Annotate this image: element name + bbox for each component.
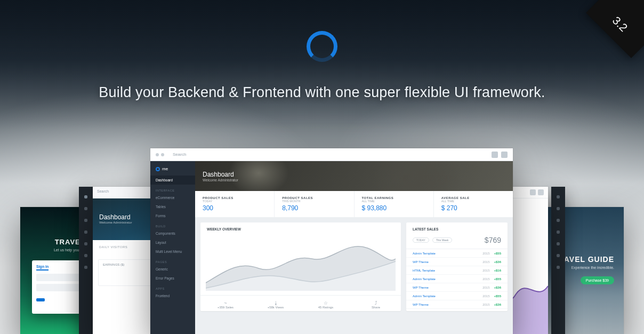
logo-ring-icon [307, 31, 337, 62]
sidebar-item-multilevel[interactable]: Multi Level Menu [150, 247, 195, 256]
topbar-action-icon[interactable] [501, 152, 508, 158]
line-chart [206, 237, 396, 291]
item-delta: +$36 [494, 286, 501, 289]
brand[interactable]: me [150, 165, 195, 176]
window-dot-icon [156, 153, 159, 156]
sidebar-item-components[interactable]: Components [150, 229, 195, 238]
chart-action[interactable]: ⤴Share [351, 296, 401, 311]
sidebar-item-dashboard[interactable]: Dashboard [150, 176, 195, 185]
item-year: 2015 [482, 303, 489, 306]
item-name: Admin Template [413, 252, 436, 255]
trend-icon: ~ [200, 298, 251, 306]
iconbar-item-icon[interactable] [557, 266, 560, 269]
item-name: WP Theme [413, 260, 429, 264]
chart-action[interactable]: ☆45 Ratings [301, 296, 351, 311]
chart-action[interactable]: ~+359 Sales [200, 296, 251, 311]
list-item[interactable]: Admin Template2015+$55 [406, 249, 508, 258]
iconbar-item-icon[interactable] [557, 195, 560, 198]
list-item[interactable]: WP Theme2015+$36 [406, 309, 508, 311]
filter-week[interactable]: This Week [432, 237, 453, 243]
kpi-value: $ 270 [441, 204, 505, 212]
iconbar-item-icon[interactable] [84, 242, 87, 245]
chart-action-label: 45 Ratings [318, 306, 334, 309]
brand-ring-icon [156, 167, 160, 171]
search-label[interactable]: Search [97, 189, 109, 193]
sidebar: me Dashboard INTERFACE eCommerce Tables … [150, 161, 195, 334]
avatar-icon[interactable] [530, 189, 536, 195]
version-ribbon: 3.2 [586, 0, 644, 58]
iconbar-item-icon[interactable] [84, 195, 87, 198]
chart-action[interactable]: ⭳+58k Views [251, 296, 301, 311]
kpi-card: AVERAGE SALE ALL TIME $ 270 [434, 191, 513, 217]
sidebar-group-label: APPS [150, 283, 195, 291]
search-input[interactable]: Search [173, 152, 186, 157]
iconbar-item-icon[interactable] [557, 219, 560, 222]
sidebar-item-ecommerce[interactable]: eCommerce [150, 193, 195, 202]
iconbar-item-icon[interactable] [84, 219, 87, 222]
page-hero: Dashboard Welcome Administrator [195, 161, 513, 191]
star-icon: ☆ [301, 298, 351, 306]
chart-action-label: +359 Sales [218, 306, 234, 309]
iconbar-item-icon[interactable] [557, 207, 560, 210]
iconbar-item-icon[interactable] [84, 266, 87, 269]
tab-signin[interactable]: Sign in [36, 265, 49, 271]
brand-label: me [162, 166, 168, 171]
item-name: Admin Template [413, 277, 436, 281]
item-year: 2015 [482, 252, 489, 255]
iconbar-item-icon[interactable] [557, 230, 560, 234]
chart-action-label: Share [372, 306, 380, 309]
iconbar-item-icon[interactable] [557, 254, 560, 257]
iconbar-item-icon[interactable] [84, 207, 87, 210]
sidebar-group-label: INTERFACE [150, 185, 195, 193]
sidebar-group-label: PAGES [150, 256, 195, 265]
sidebar-item-forms[interactable]: Forms [150, 211, 195, 220]
item-delta: +$55 [494, 252, 501, 255]
sidebar-group-label: BUILD [150, 220, 195, 229]
list-item[interactable]: WP Theme2015+$36 [406, 283, 508, 292]
travel-subtitle: Experience the incredible. [571, 266, 614, 269]
list-item[interactable]: WP Theme2015+$36 [406, 300, 508, 309]
item-delta: +$16 [494, 269, 501, 272]
sidebar-item-generic[interactable]: Generic [150, 265, 195, 274]
iconbar-right [551, 187, 565, 334]
filter-today[interactable]: TODAY [413, 237, 429, 243]
item-year: 2015 [482, 295, 489, 298]
main-area: Dashboard Welcome Administrator PRODUCT … [195, 161, 513, 334]
item-year: 2015 [482, 286, 489, 289]
sidebar-item-error[interactable]: Error Pages [150, 274, 195, 283]
kpi-value: 300 [203, 204, 267, 212]
list-item[interactable]: WP Theme2015+$36 [406, 258, 508, 266]
item-year: 2015 [482, 269, 489, 272]
purchase-button[interactable]: Purchase $39 [581, 276, 614, 284]
list-item[interactable]: Admin Template2015+$55 [406, 292, 508, 300]
kpi-sub: ALL TIME [362, 200, 426, 203]
item-delta: +$36 [494, 303, 501, 306]
chart-action-label: +58k Views [268, 306, 284, 309]
list-item[interactable]: HTML Template2015+$16 [406, 266, 508, 275]
share-icon: ⤴ [351, 298, 401, 306]
item-name: WP Theme [413, 286, 429, 289]
topbar-action-icon[interactable] [538, 189, 544, 195]
sidebar-item-tables[interactable]: Tables [150, 202, 195, 211]
kpi-value: $ 93,880 [362, 204, 426, 212]
item-delta: +$55 [494, 277, 501, 281]
weekly-overview-panel: WEEKLY OVERVIEW ~+359 Sales ⭳+58k Views … [200, 222, 401, 311]
iconbar-left [79, 187, 93, 334]
item-name: Admin Template [413, 295, 436, 298]
kpi-row: PRODUCT SALES TODAY 300 PRODUCT SALES TH… [195, 191, 513, 217]
sidebar-item-frontend[interactable]: Frontend [150, 291, 195, 300]
sales-list: Admin Template2015+$55WP Theme2015+$36HT… [406, 249, 508, 311]
headline: Build your Backend & Frontend with one s… [0, 84, 644, 101]
iconbar-item-icon[interactable] [84, 230, 87, 234]
panel-title: WEEKLY OVERVIEW [200, 222, 401, 236]
signin-button[interactable] [36, 298, 45, 301]
kpi-card: PRODUCT SALES THIS MONTH 8,790 [275, 191, 354, 217]
iconbar-item-icon[interactable] [557, 242, 560, 245]
chart-actions: ~+359 Sales ⭳+58k Views ☆45 Ratings ⤴Sha… [200, 295, 401, 311]
iconbar-item-icon[interactable] [84, 254, 87, 257]
avatar-icon[interactable] [492, 152, 498, 158]
sidebar-item-layout[interactable]: Layout [150, 238, 195, 247]
list-item[interactable]: Admin Template2015+$55 [406, 275, 508, 283]
hero-banner: 3.2 Build your Backend & Frontend with o… [0, 0, 644, 334]
page-title: Dashboard [203, 171, 505, 178]
